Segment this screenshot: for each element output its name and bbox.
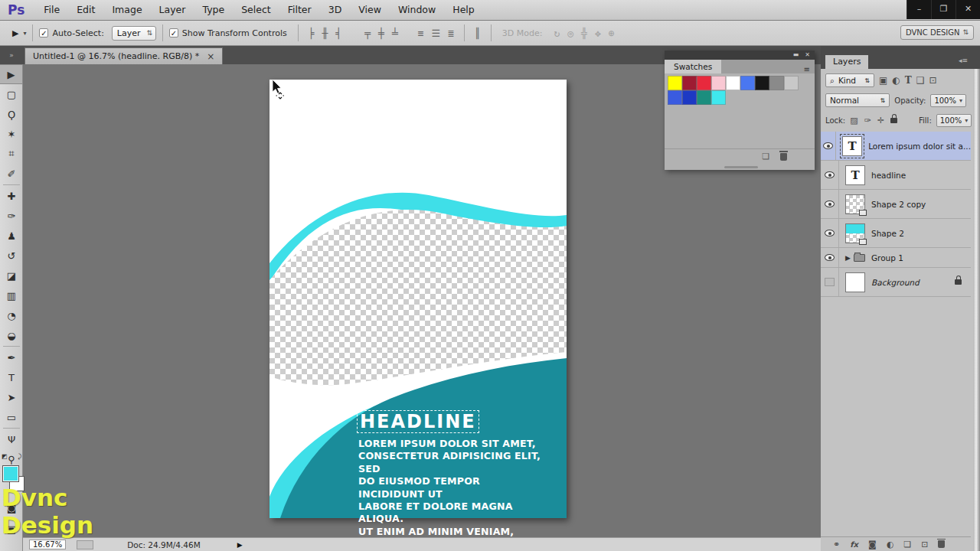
canvas[interactable]: HEADLINE LOREM IPSUM DOLOR SIT AMET, CON…	[270, 80, 567, 518]
align-right-edges-icon[interactable]: ╡	[332, 28, 345, 39]
tab-swatches[interactable]: Swatches	[665, 60, 721, 73]
new-adjustment-layer-icon[interactable]: ◐	[887, 540, 894, 549]
visibility-eye-icon[interactable]	[825, 201, 835, 207]
swatch[interactable]	[668, 90, 682, 105]
collapse-panel-icon[interactable]: ▬	[793, 52, 799, 58]
visibility-eye-icon[interactable]	[823, 142, 833, 149]
swatch[interactable]	[682, 76, 697, 90]
panel-menu-icon[interactable]: ≡	[804, 65, 815, 73]
headline-text-layer[interactable]: HEADLINE	[357, 410, 479, 433]
swatch[interactable]	[740, 76, 755, 90]
background-layer-thumbnail[interactable]	[845, 272, 865, 292]
type-tool[interactable]: T	[0, 367, 23, 387]
layer-style-fx-icon[interactable]: fx	[850, 540, 858, 549]
menu-window[interactable]: Window	[390, 0, 444, 20]
scrollbar[interactable]	[724, 166, 758, 168]
tab-layers[interactable]: Layers	[825, 55, 868, 69]
add-layer-mask-icon[interactable]: ◙	[868, 540, 877, 549]
lock-paint-icon[interactable]: ✑	[864, 116, 871, 126]
dodge-tool[interactable]: ◒	[0, 325, 23, 345]
new-layer-icon[interactable]: ⊡	[921, 540, 928, 549]
filter-pixel-layers-icon[interactable]: ▣	[879, 75, 887, 86]
menu-type[interactable]: Type	[194, 0, 233, 20]
menu-view[interactable]: View	[350, 0, 390, 20]
swatch[interactable]	[697, 90, 711, 105]
path-selection-tool[interactable]: ➤	[0, 387, 23, 407]
visibility-eye-icon[interactable]	[825, 171, 835, 178]
tool-preset-dropdown-icon[interactable]: ▾	[23, 30, 26, 37]
delete-swatch-icon[interactable]	[780, 153, 787, 161]
align-bottom-edges-icon[interactable]: ╧	[388, 28, 402, 39]
rectangle-tool[interactable]: ▭	[0, 407, 23, 427]
status-options-arrow-icon[interactable]: ▶	[237, 541, 243, 549]
auto-select-checkbox[interactable]: ✓	[39, 28, 48, 37]
swatch[interactable]	[668, 76, 682, 90]
close-document-icon[interactable]: ×	[207, 51, 214, 62]
blur-tool[interactable]: ◔	[0, 305, 23, 325]
pen-tool[interactable]: ✒	[0, 347, 23, 367]
layer-name[interactable]: Group 1	[871, 253, 903, 262]
foreground-color-chip[interactable]	[2, 465, 19, 482]
panel-menu-icon[interactable]: ◂≡	[959, 57, 968, 64]
restore-button[interactable]: ❐	[931, 0, 956, 19]
lasso-tool[interactable]: Ϙ	[0, 104, 23, 124]
quick-selection-tool[interactable]: ✶	[0, 124, 23, 144]
menu-3d[interactable]: 3D	[320, 0, 351, 20]
clone-stamp-tool[interactable]: ♟	[0, 226, 23, 246]
menu-edit[interactable]: Edit	[68, 0, 103, 20]
filter-smart-objects-icon[interactable]: ⊡	[929, 75, 937, 86]
swatch[interactable]	[726, 76, 740, 90]
align-left-edges-icon[interactable]: ╞	[305, 28, 318, 39]
brush-tool[interactable]: ✑	[0, 206, 23, 226]
visibility-eye-icon[interactable]	[825, 230, 835, 236]
filter-shape-layers-icon[interactable]: ❑	[916, 75, 925, 86]
default-colors-icon[interactable]: ◩	[2, 453, 8, 461]
layer-row-group1[interactable]: ▶ Group 1	[821, 248, 971, 268]
align-vertical-centers-icon[interactable]: ╪	[374, 28, 388, 39]
text-layer-thumbnail[interactable]: T	[842, 136, 862, 156]
shape-layer-thumbnail[interactable]	[845, 223, 865, 243]
delete-layer-icon[interactable]	[938, 540, 945, 548]
eyedropper-tool[interactable]: ✐	[0, 164, 23, 184]
gradient-tool[interactable]: ▥	[0, 285, 23, 305]
spot-healing-brush-tool[interactable]: ✚	[0, 186, 23, 206]
rectangular-marquee-tool[interactable]: ▢	[0, 84, 23, 104]
swatch[interactable]	[769, 76, 784, 90]
lock-all-icon[interactable]	[890, 118, 897, 123]
menu-file[interactable]: File	[35, 0, 68, 20]
close-button[interactable]: ✕	[956, 0, 980, 19]
menu-layer[interactable]: Layer	[151, 0, 194, 20]
document-tab[interactable]: Untitled-1 @ 16.7% (headline. RGB/8) * ×	[24, 47, 223, 64]
minimize-button[interactable]: –	[906, 0, 931, 19]
layer-name[interactable]: Background	[871, 278, 920, 287]
opacity-field[interactable]: 100% ▾	[930, 94, 966, 107]
layer-row-shape2[interactable]: Shape 2	[821, 219, 971, 248]
close-panel-icon[interactable]: ✕	[805, 52, 810, 58]
align-top-edges-icon[interactable]: ╤	[361, 28, 374, 39]
visibility-eye-icon[interactable]	[825, 254, 835, 261]
layer-name[interactable]: Shape 2	[871, 229, 904, 238]
blend-mode-select[interactable]: Normal ⇅	[825, 93, 890, 107]
distribute-top-edges-icon[interactable]: ≡	[414, 28, 428, 39]
menu-help[interactable]: Help	[444, 0, 483, 20]
swatch[interactable]	[711, 90, 726, 105]
new-group-icon[interactable]: ❏	[903, 540, 911, 549]
move-tool[interactable]: ▶	[0, 64, 23, 84]
layer-name[interactable]: Lorem ipsum dolor sit a...	[868, 142, 971, 151]
link-layers-icon[interactable]: ⚭	[833, 540, 840, 549]
swatch[interactable]	[784, 76, 799, 90]
swap-colors-icon[interactable]: ⤸	[18, 453, 21, 461]
expand-group-icon[interactable]: ▶	[845, 254, 851, 262]
workspace-switcher[interactable]: DVNC DESIGN ⇅	[900, 25, 974, 40]
filter-type-layers-icon[interactable]: T	[905, 75, 912, 86]
body-text-layer[interactable]: LOREM IPSUM DOLOR SIT AMET, CONSECTETUR …	[358, 438, 542, 551]
layer-row-headline[interactable]: T headline	[821, 161, 971, 190]
layer-row-lorem-ipsum[interactable]: T Lorem ipsum dolor sit a...	[821, 132, 971, 161]
layer-row-background[interactable]: Background	[821, 268, 971, 297]
zoom-level-field[interactable]: 16.67%	[29, 540, 66, 549]
swatch[interactable]	[682, 90, 697, 105]
layer-filter-kind-select[interactable]: ⌕ Kind ⇅	[825, 73, 874, 87]
text-layer-thumbnail[interactable]: T	[845, 165, 865, 185]
lock-transparent-icon[interactable]: ▨	[850, 116, 858, 126]
menu-filter[interactable]: Filter	[279, 0, 320, 20]
